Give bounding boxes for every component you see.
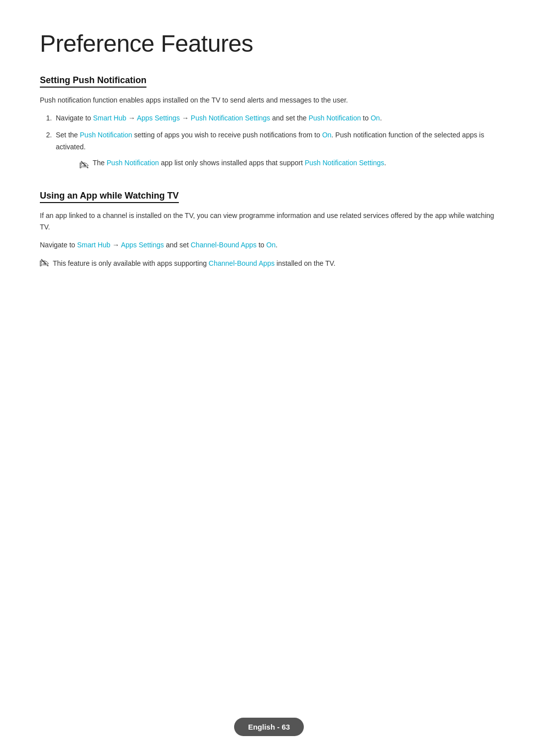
section2-note-channel-bound-link[interactable]: Channel-Bound Apps — [209, 259, 274, 267]
note-push-notification-settings-link[interactable]: Push Notification Settings — [305, 159, 385, 167]
note-push-notification-link[interactable]: Push Notification — [107, 159, 159, 167]
note-icon: 🖎 — [80, 158, 89, 173]
step1-on-link[interactable]: On — [371, 114, 380, 122]
nav-channel-bound-link[interactable]: Channel-Bound Apps — [191, 241, 257, 249]
step1-apps-settings-link[interactable]: Apps Settings — [137, 114, 180, 122]
section2-note: 🖎 This feature is only available with ap… — [40, 258, 498, 269]
step1-text: Navigate to Smart Hub → Apps Settings → … — [56, 114, 382, 122]
step1-push-notification-link[interactable]: Push Notification — [308, 114, 361, 122]
section2-para1: If an app linked to a channel is install… — [40, 210, 498, 232]
step2-text: Set the Push Notification setting of app… — [56, 131, 484, 151]
section1-steps: Navigate to Smart Hub → Apps Settings → … — [54, 112, 498, 173]
step2: Set the Push Notification setting of app… — [54, 129, 498, 173]
section2-note-text: This feature is only available with apps… — [53, 258, 335, 269]
section1-intro: Push notification function enables apps … — [40, 95, 498, 106]
step2-push-notification-link[interactable]: Push Notification — [80, 131, 132, 139]
nav-on-link[interactable]: On — [267, 241, 276, 249]
nav-apps-settings-link[interactable]: Apps Settings — [121, 241, 164, 249]
section2-heading: Using an App while Watching TV — [40, 191, 179, 203]
footer-page-number: English - 63 — [234, 718, 304, 736]
step1-push-notification-settings-link[interactable]: Push Notification Settings — [191, 114, 270, 122]
nav-smart-hub-link[interactable]: Smart Hub — [77, 241, 111, 249]
page-container: Preference Features Setting Push Notific… — [0, 0, 538, 336]
section-push-notification: Setting Push Notification Push notificat… — [40, 75, 498, 173]
section2-nav: Navigate to Smart Hub → Apps Settings an… — [40, 239, 498, 250]
step2-on-link[interactable]: On — [322, 131, 332, 139]
page-title: Preference Features — [40, 30, 498, 57]
section2-note-icon: 🖎 — [40, 258, 49, 269]
step1: Navigate to Smart Hub → Apps Settings → … — [54, 112, 498, 124]
section1-note: 🖎 The Push Notification app list only sh… — [80, 157, 498, 173]
step1-smart-hub-link[interactable]: Smart Hub — [93, 114, 127, 122]
section-app-watching-tv: Using an App while Watching TV If an app… — [40, 191, 498, 269]
section1-heading: Setting Push Notification — [40, 75, 146, 88]
note-text: The Push Notification app list only show… — [93, 157, 386, 168]
